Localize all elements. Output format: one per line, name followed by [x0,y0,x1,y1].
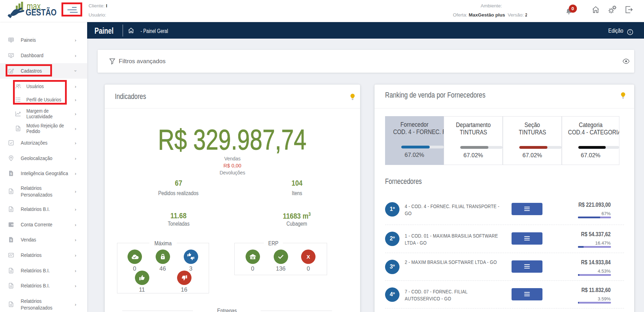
svg-text:$: $ [10,172,12,175]
svg-text:$: $ [10,238,12,242]
